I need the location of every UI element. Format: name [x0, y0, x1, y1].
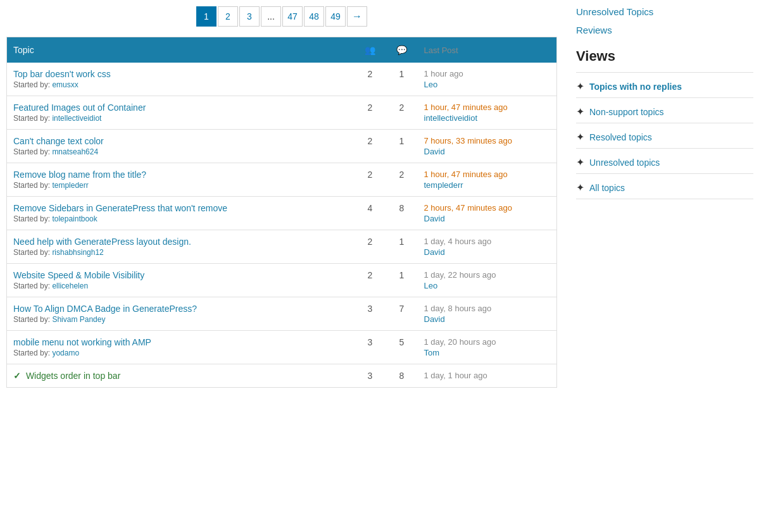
col-header-posts: 💬: [386, 37, 418, 63]
topic-cell: Remove Sidebars in GeneratePress that wo…: [7, 197, 355, 230]
views-list: ✦Topics with no replies✦Non-support topi…: [576, 80, 753, 199]
topic-cell: Remove blog name from the title?Started …: [7, 163, 355, 197]
topic-title-link[interactable]: Remove Sidebars in GeneratePress that wo…: [13, 203, 227, 213]
last-post-cell: 1 day, 8 hours agoDavid: [418, 297, 557, 331]
last-post-author-link[interactable]: David: [424, 314, 551, 324]
author-link[interactable]: templederr: [52, 181, 88, 190]
topic-cell: ✓ Widgets order in top bar: [7, 364, 355, 388]
last-post-time: 1 hour, 47 minutes ago: [424, 170, 508, 179]
last-post-cell: 1 hour, 47 minutes agotemplederr: [418, 163, 557, 197]
topic-cell: Need help with GeneratePress layout desi…: [7, 230, 355, 264]
topic-title-link[interactable]: Need help with GeneratePress layout desi…: [13, 237, 191, 247]
last-post-author-link[interactable]: David: [424, 214, 551, 223]
last-post-author-link[interactable]: Tom: [424, 348, 551, 357]
table-row: Featured Images out of ContainerStarted …: [7, 96, 557, 130]
topic-started: Started by: intellectiveidiot: [13, 114, 348, 123]
table-row: Can't change text colorStarted by: mnats…: [7, 130, 557, 163]
author-link[interactable]: tolepaintbook: [52, 214, 97, 223]
last-post-time: 1 day, 8 hours ago: [424, 304, 492, 313]
topic-title-link[interactable]: Can't change text color: [13, 136, 104, 146]
last-post-author-link[interactable]: templederr: [424, 180, 551, 190]
author-link[interactable]: mnatseah624: [52, 147, 98, 156]
pin-icon: ✦: [576, 131, 584, 143]
views-link-no-replies[interactable]: Topics with no replies: [589, 82, 682, 92]
last-post-author-link[interactable]: David: [424, 147, 551, 156]
last-post-author-link[interactable]: intellectiveidiot: [424, 113, 551, 123]
topic-title-link[interactable]: Top bar doesn't work css: [13, 69, 111, 79]
topic-title-link[interactable]: Widgets order in top bar: [26, 371, 120, 381]
views-item-no-replies: ✦Topics with no replies: [576, 80, 753, 92]
posts-cell: 8: [386, 364, 418, 388]
last-post-time: 1 day, 1 hour ago: [424, 371, 487, 380]
topic-title-link[interactable]: Website Speed & Mobile Visibility: [13, 270, 144, 280]
last-post-time: 1 day, 4 hours ago: [424, 237, 492, 246]
voices-cell: 2: [355, 63, 386, 96]
last-post-cell: 1 hour agoLeo: [418, 63, 557, 96]
views-link-non-support[interactable]: Non-support topics: [589, 107, 664, 117]
page-3[interactable]: 3: [239, 6, 260, 27]
posts-cell: 5: [386, 331, 418, 364]
page-48[interactable]: 48: [304, 6, 324, 27]
last-post-author-link[interactable]: David: [424, 247, 551, 257]
topic-cell: Can't change text colorStarted by: mnats…: [7, 130, 355, 163]
views-divider: [576, 97, 753, 98]
author-link[interactable]: emusxx: [52, 80, 78, 89]
pagination-next[interactable]: →: [347, 6, 367, 27]
pin-icon: ✦: [576, 80, 584, 92]
topic-title-link[interactable]: How To Align DMCA Badge in GeneratePress…: [13, 304, 197, 314]
topic-title-link[interactable]: Remove blog name from the title?: [13, 170, 146, 180]
topic-started: Started by: tolepaintbook: [13, 214, 348, 223]
pin-icon: ✦: [576, 156, 584, 168]
voices-cell: 2: [355, 230, 386, 264]
last-post-author-link[interactable]: Leo: [424, 80, 551, 89]
views-item-resolved: ✦Resolved topics: [576, 131, 753, 143]
last-post-cell: 7 hours, 33 minutes agoDavid: [418, 130, 557, 163]
topic-title-link[interactable]: mobile menu not working with AMP: [13, 337, 151, 347]
table-row: Website Speed & Mobile VisibilityStarted…: [7, 264, 557, 297]
author-link[interactable]: ellicehelen: [52, 281, 88, 290]
topic-cell: Featured Images out of ContainerStarted …: [7, 96, 355, 130]
page-1[interactable]: 1: [196, 6, 217, 27]
main-content: 1 2 3 ... 47 48 49 → Topic 👥 💬 Last: [0, 6, 563, 388]
table-row: Remove blog name from the title?Started …: [7, 163, 557, 197]
views-item-non-support: ✦Non-support topics: [576, 106, 753, 118]
topic-title-link[interactable]: Featured Images out of Container: [13, 102, 146, 113]
voices-cell: 4: [355, 197, 386, 230]
last-post-author-link[interactable]: Leo: [424, 281, 551, 290]
topics-table: Topic 👥 💬 Last Post Top bar doesn't work…: [6, 37, 557, 388]
page-2[interactable]: 2: [218, 6, 238, 27]
table-row: ✓ Widgets order in top bar381 day, 1 hou…: [7, 364, 557, 388]
pin-icon: ✦: [576, 182, 584, 194]
last-post-cell: 1 day, 22 hours agoLeo: [418, 264, 557, 297]
views-link-all[interactable]: All topics: [589, 183, 625, 193]
page-49[interactable]: 49: [325, 6, 346, 27]
topic-started: Started by: yodamo: [13, 349, 348, 357]
topic-started: Started by: mnatseah624: [13, 147, 348, 156]
pagination: 1 2 3 ... 47 48 49 →: [6, 6, 557, 27]
last-post-cell: 2 hours, 47 minutes agoDavid: [418, 197, 557, 230]
voices-cell: 2: [355, 130, 386, 163]
author-link[interactable]: Shivam Pandey: [52, 315, 105, 324]
posts-cell: 1: [386, 264, 418, 297]
page-47[interactable]: 47: [282, 6, 303, 27]
author-link[interactable]: intellectiveidiot: [52, 114, 101, 123]
views-divider: [576, 173, 753, 174]
voices-cell: 2: [355, 264, 386, 297]
topic-cell: How To Align DMCA Badge in GeneratePress…: [7, 297, 355, 331]
table-row: Need help with GeneratePress layout desi…: [7, 230, 557, 264]
posts-cell: 1: [386, 130, 418, 163]
author-link[interactable]: yodamo: [52, 349, 79, 357]
unresolved-topics-link[interactable]: Unresolved Topics: [576, 6, 753, 17]
pagination-dots: ...: [261, 6, 281, 27]
views-divider: [576, 199, 753, 199]
pin-icon: ✦: [576, 106, 584, 118]
last-post-time: 1 hour ago: [424, 69, 463, 78]
reviews-link[interactable]: Reviews: [576, 25, 753, 35]
table-row: Remove Sidebars in GeneratePress that wo…: [7, 197, 557, 230]
table-row: How To Align DMCA Badge in GeneratePress…: [7, 297, 557, 331]
views-link-unresolved[interactable]: Unresolved topics: [589, 158, 660, 168]
posts-cell: 8: [386, 197, 418, 230]
author-link[interactable]: rishabhsingh12: [52, 248, 103, 257]
views-link-resolved[interactable]: Resolved topics: [589, 132, 652, 142]
topic-started: Started by: Shivam Pandey: [13, 315, 348, 324]
